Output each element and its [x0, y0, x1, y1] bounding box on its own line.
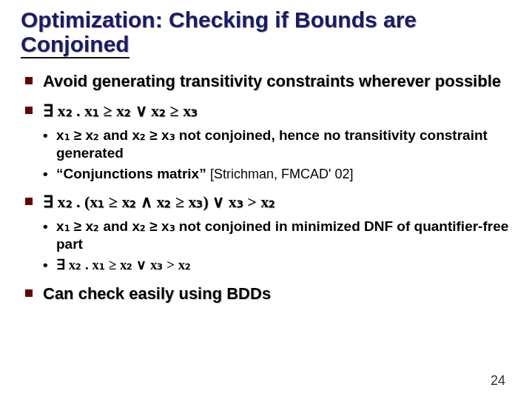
slide-title: Optimization: Checking if Bounds are Con…: [21, 7, 511, 58]
title-line-2: Conjoined: [21, 32, 129, 58]
bullet-2-sub-1: x₁ ≥ x₂ and x₂ ≥ x₃ not conjoined, hence…: [43, 127, 511, 162]
bullet-2-sub-2-prefix: “Conjunctions matrix”: [56, 166, 210, 181]
bullet-3-sublist: x₁ ≥ x₂ and x₂ ≥ x₃ not conjoined in min…: [43, 218, 511, 273]
bullet-3-sub-2: ∃ x₂ . x₁ ≥ x₂ ∨ x₃ > x₂: [43, 256, 511, 274]
bullet-2-sub-2-cite: [Strichman, FMCAD' 02]: [210, 167, 353, 181]
bullet-2: ∃ x₂ . x₁ ≥ x₂ ∨ x₂ ≥ x₃ x₁ ≥ x₂ and x₂ …: [21, 101, 511, 182]
bullet-1: Avoid generating transitivity constraint…: [21, 72, 511, 91]
bullet-3-formula: ∃ x₂ . (x₁ ≥ x₂ ∧ x₂ ≥ x₃) ∨ x₃ > x₂: [43, 192, 275, 211]
slide: Optimization: Checking if Bounds are Con…: [0, 0, 532, 399]
bullet-4: Can check easily using BDDs: [21, 284, 511, 304]
bullet-2-sublist: x₁ ≥ x₂ and x₂ ≥ x₃ not conjoined, hence…: [43, 127, 511, 182]
title-line-1: Optimization: Checking if Bounds are: [21, 7, 417, 32]
bullet-3-sub-1: x₁ ≥ x₂ and x₂ ≥ x₃ not conjoined in min…: [43, 218, 511, 253]
bullet-2-sub-1-text: x₁ ≥ x₂ and x₂ ≥ x₃ not conjoined, hence…: [56, 127, 488, 161]
bullet-4-text: Can check easily using BDDs: [43, 284, 271, 303]
bullet-2-formula: ∃ x₂ . x₁ ≥ x₂ ∨ x₂ ≥ x₃: [43, 101, 198, 120]
page-number: 24: [491, 373, 505, 389]
bullet-3: ∃ x₂ . (x₁ ≥ x₂ ∧ x₂ ≥ x₃) ∨ x₃ > x₂ x₁ …: [21, 192, 511, 273]
bullet-1-text: Avoid generating transitivity constraint…: [43, 72, 501, 90]
bullet-3-sub-1-text: x₁ ≥ x₂ and x₂ ≥ x₃ not conjoined in min…: [56, 218, 508, 252]
bullet-2-sub-2: “Conjunctions matrix” [Strichman, FMCAD'…: [43, 165, 511, 183]
bullet-list: Avoid generating transitivity constraint…: [21, 72, 511, 304]
bullet-3-sub-2-text: ∃ x₂ . x₁ ≥ x₂ ∨ x₃ > x₂: [56, 257, 191, 272]
